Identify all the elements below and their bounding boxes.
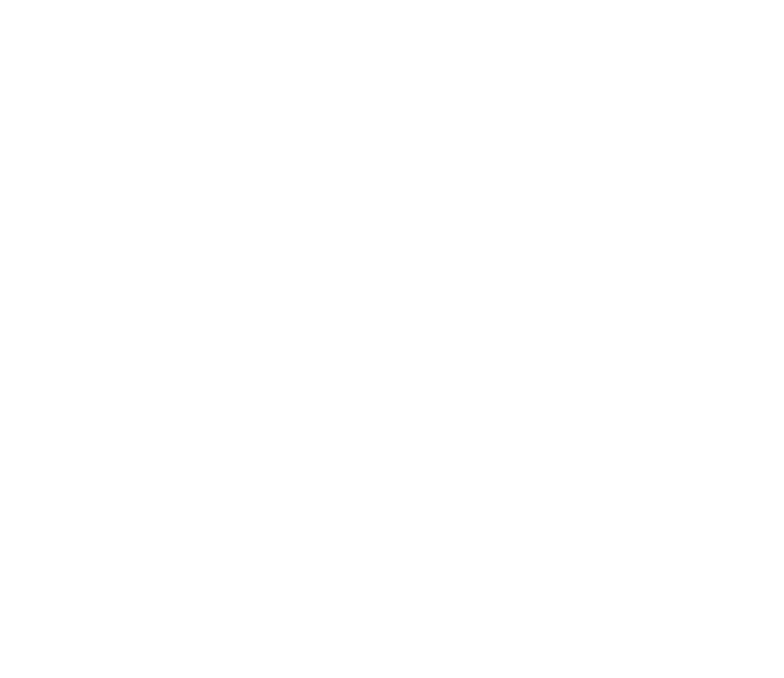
diagram-container bbox=[0, 0, 784, 678]
connections-svg bbox=[0, 0, 784, 678]
